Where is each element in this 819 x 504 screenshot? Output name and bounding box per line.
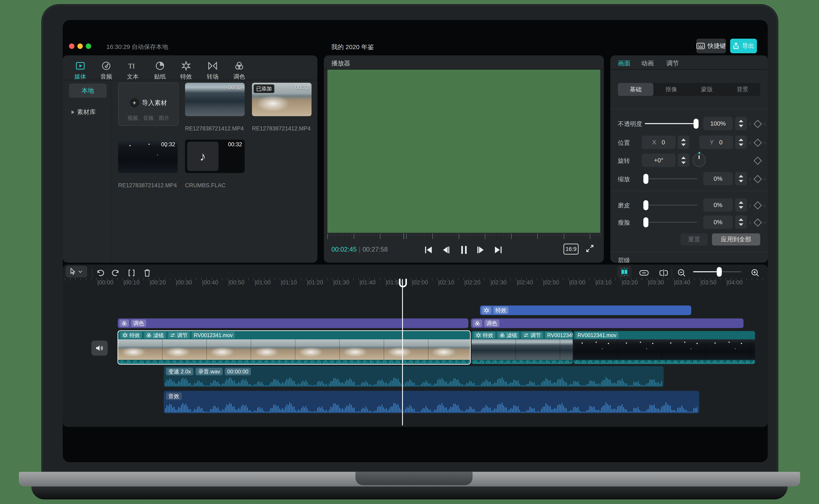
pause-button[interactable] (458, 244, 470, 256)
opacity-slider-thumb[interactable] (694, 119, 699, 129)
shortcut-button[interactable]: 快捷键 (696, 39, 726, 53)
opacity-slider[interactable] (645, 123, 697, 124)
zoom-slider-thumb[interactable] (717, 267, 722, 277)
preview-canvas[interactable] (327, 70, 600, 233)
tab-text[interactable]: TI文本 (120, 61, 145, 81)
split-button[interactable] (125, 267, 138, 279)
timeline-zoom-slider[interactable] (693, 271, 741, 272)
smooth-skin-value[interactable]: 0% (703, 198, 733, 212)
rotation-stepper[interactable] (678, 154, 689, 167)
keyframe-diamond-icon[interactable] (754, 139, 762, 147)
scrubber-tick (419, 234, 420, 236)
slim-face-keyframe[interactable]: ‹› (749, 218, 766, 227)
tab-audio[interactable]: 音频 (94, 61, 119, 81)
scrubber-tick (543, 234, 543, 236)
skip-start-button[interactable] (423, 244, 434, 256)
scale-keyframe[interactable]: ‹› (749, 174, 766, 183)
opacity-label: 不透明度 (618, 120, 642, 128)
scrubber-tick (574, 234, 575, 236)
preview-axis-button[interactable] (657, 267, 670, 279)
tab-effects[interactable]: 特效 (173, 61, 199, 81)
auto-snap-button[interactable] (617, 266, 632, 278)
inspector-panel: 画面 动画 调节 基础 抠像 蒙版 背景 不透明度 100% ‹› 位置 X0 … (610, 55, 768, 263)
timeline-ruler[interactable]: |00:00|00:10|00:20|00:30|00:40|00:50|01:… (63, 278, 768, 287)
keyframe-diamond-icon[interactable] (754, 157, 762, 165)
prev-frame-button[interactable] (440, 244, 452, 256)
ruler-label: |00:40 (202, 279, 218, 286)
slim-face-slider-thumb[interactable] (643, 217, 648, 227)
subtab-chroma[interactable]: 抠像 (653, 83, 689, 96)
smooth-skin-slider[interactable] (645, 205, 697, 206)
tab-color[interactable]: 调色 (227, 61, 252, 81)
position-y-field[interactable]: Y0 (699, 136, 733, 149)
audio-tile[interactable]: ♪00:32 (185, 140, 245, 173)
rotation-keyframe[interactable] (749, 156, 766, 165)
scale-slider-thumb[interactable] (643, 174, 648, 184)
zoom-out-button[interactable] (675, 267, 688, 279)
smooth-skin-slider-thumb[interactable] (643, 200, 648, 210)
slim-face-slider[interactable] (645, 222, 697, 223)
ruler-label: |00:30 (176, 279, 192, 286)
rotation-value[interactable]: +0° (642, 154, 676, 167)
tab-adjust[interactable]: 调节 (666, 59, 679, 68)
media-thumbnail[interactable]: 已添加00:32 (252, 83, 311, 116)
smooth-skin-stepper[interactable] (735, 198, 747, 212)
subtab-basic[interactable]: 基础 (618, 83, 653, 96)
ruler-tick (254, 278, 254, 280)
scrubber-tick (446, 234, 446, 236)
tab-media[interactable]: 媒体 (68, 61, 93, 81)
media-filename: RE127838721412.MP4 (185, 125, 248, 132)
chevron-down-icon (78, 270, 82, 273)
audio-icon (94, 61, 119, 71)
keyframe-diamond-icon[interactable] (754, 218, 762, 227)
rotation-dial[interactable] (693, 153, 706, 167)
delete-button[interactable] (140, 267, 154, 279)
ruler-label: |01:40 (359, 279, 375, 286)
tab-picture[interactable]: 画面 (618, 59, 630, 68)
sidebar-item-local[interactable]: 本地 (69, 84, 107, 98)
undo-button[interactable] (94, 267, 107, 279)
redo-button[interactable] (109, 267, 122, 279)
scrubber-tick (438, 234, 438, 236)
playhead-handle[interactable] (399, 279, 407, 287)
position-y-stepper[interactable] (735, 136, 747, 149)
slim-face-value[interactable]: 0% (703, 215, 733, 229)
opacity-stepper[interactable] (735, 117, 747, 130)
skip-end-button[interactable] (493, 244, 504, 256)
import-material-card[interactable]: + 导入素材 视频、音频、图片 (118, 83, 178, 126)
subtab-background[interactable]: 背景 (725, 83, 760, 96)
reset-button[interactable]: 重置 (681, 233, 708, 246)
fullscreen-icon[interactable] (586, 244, 594, 253)
scale-stepper[interactable] (735, 172, 747, 185)
aspect-ratio-button[interactable]: 16:9 (564, 244, 579, 255)
link-clips-button[interactable] (637, 267, 651, 279)
position-x-stepper[interactable] (678, 136, 689, 149)
slim-face-stepper[interactable] (735, 215, 747, 229)
apply-to-all-button[interactable]: 应用到全部 (712, 233, 760, 246)
position-x-field[interactable]: X0 (642, 136, 676, 149)
tab-sticker[interactable]: 贴纸 (147, 61, 172, 81)
select-tool-button[interactable] (65, 266, 87, 277)
position-keyframe[interactable]: ‹› (749, 138, 766, 147)
sidebar-item-library[interactable]: 素材库 (71, 108, 96, 116)
scale-slider[interactable] (645, 178, 697, 179)
zoom-in-button[interactable] (749, 267, 762, 279)
media-thumbnail[interactable]: 00:32 (185, 83, 245, 116)
playhead-line[interactable] (402, 279, 403, 425)
next-frame-button[interactable] (475, 244, 487, 256)
ruler-tick (542, 278, 542, 280)
tab-transition[interactable]: 转场 (200, 61, 225, 81)
scrubber-tick (577, 234, 577, 236)
scale-value[interactable]: 0% (703, 172, 733, 185)
keyframe-diamond-icon[interactable] (754, 120, 762, 128)
export-button[interactable]: 导出 (730, 39, 757, 53)
track-mute-button[interactable] (91, 341, 108, 356)
media-thumbnail[interactable]: 00:32 (118, 140, 178, 173)
opacity-value[interactable]: 100% (703, 117, 733, 130)
keyframe-diamond-icon[interactable] (754, 175, 762, 183)
tab-animation[interactable]: 动画 (641, 59, 654, 68)
keyframe-diamond-icon[interactable] (754, 201, 762, 210)
opacity-keyframe[interactable]: ‹› (749, 119, 766, 128)
subtab-mask[interactable]: 蒙版 (689, 83, 725, 96)
smooth-skin-keyframe[interactable]: ‹› (749, 200, 766, 210)
